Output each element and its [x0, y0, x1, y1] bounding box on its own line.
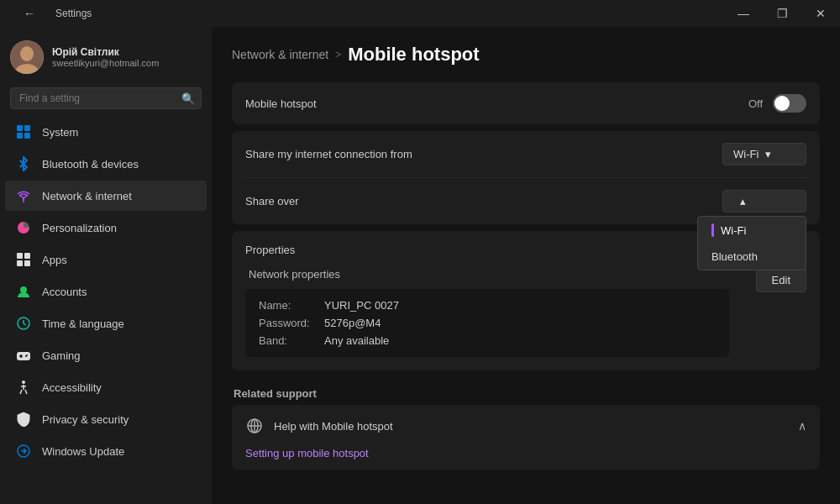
- titlebar-title: Settings: [55, 8, 92, 19]
- bluetooth-icon: [15, 155, 32, 172]
- share-over-menu: Wi-Fi Bluetooth: [697, 216, 806, 270]
- svg-rect-9: [17, 253, 23, 259]
- prop-password-row: Password: 5276p@M4: [259, 317, 716, 329]
- user-info: Юрій Світлик sweetlikyuri@hotmail.com: [52, 46, 159, 68]
- chevron-up-icon: ▴: [740, 195, 746, 207]
- network-properties-label: Network properties: [245, 268, 743, 281]
- sidebar-item-label-time: Time & language: [42, 318, 124, 330]
- sidebar-item-label-personalization: Personalization: [42, 222, 117, 234]
- hotspot-row: Mobile hotspot Off: [245, 82, 806, 124]
- sidebar-item-label-update: Windows Update: [42, 445, 124, 458]
- edit-button[interactable]: Edit: [756, 268, 806, 292]
- avatar: [10, 40, 44, 74]
- share-from-dropdown[interactable]: Wi-Fi ▾: [722, 143, 806, 165]
- hotspot-card: Mobile hotspot Off: [232, 82, 820, 124]
- prop-name-row: Name: YURI_PC 0027: [259, 299, 716, 312]
- sidebar-item-label-apps: Apps: [42, 254, 67, 266]
- prop-password-key: Password:: [259, 317, 318, 329]
- update-icon: [15, 443, 32, 459]
- prop-band-val: Any available: [324, 334, 389, 347]
- dropdown-wifi-label: Wi-Fi: [721, 224, 746, 237]
- network-icon: [15, 187, 32, 204]
- privacy-icon: [15, 411, 32, 428]
- sidebar-item-gaming[interactable]: Gaming: [5, 340, 207, 370]
- sidebar-item-time[interactable]: Time & language: [5, 308, 207, 339]
- accounts-icon: [15, 283, 32, 300]
- dropdown-bluetooth-label: Bluetooth: [711, 250, 758, 263]
- chevron-down-icon: ▾: [765, 148, 771, 160]
- prop-band-row: Band: Any available: [259, 334, 716, 347]
- share-over-row: Share over ▴ Wi-Fi Bluetooth: [245, 178, 806, 224]
- restore-button[interactable]: ❐: [763, 0, 801, 27]
- titlebar-controls: — ❐ ✕: [724, 0, 840, 27]
- svg-rect-15: [17, 352, 30, 360]
- share-dropdown-wrap: Wi-Fi ▾: [722, 143, 806, 165]
- main-content: Network & internet > Mobile hotspot Mobi…: [212, 27, 840, 504]
- properties-body: Network properties Name: YURI_PC 0027 Pa…: [232, 268, 820, 370]
- sidebar-item-label-privacy: Privacy & security: [42, 413, 129, 426]
- system-icon: [15, 123, 32, 140]
- sidebar-item-personalization[interactable]: Personalization: [5, 213, 207, 243]
- breadcrumb-current: Mobile hotspot: [348, 44, 479, 66]
- sidebar-item-bluetooth[interactable]: Bluetooth & devices: [5, 149, 207, 179]
- svg-point-13: [20, 286, 27, 293]
- apps-icon: [15, 251, 32, 268]
- breadcrumb-parent[interactable]: Network & internet: [232, 48, 328, 61]
- sidebar-item-system[interactable]: System: [5, 117, 207, 147]
- share-over-dropdown[interactable]: ▴: [722, 190, 806, 213]
- svg-point-1: [20, 46, 34, 61]
- app-container: Юрій Світлик sweetlikyuri@hotmail.com 🔍 …: [0, 27, 840, 504]
- sidebar-item-apps[interactable]: Apps: [5, 244, 207, 275]
- properties-label: Properties: [245, 244, 295, 256]
- search-input[interactable]: [10, 87, 202, 109]
- prop-band-key: Band:: [259, 334, 318, 347]
- help-label: Help with Mobile hotspot: [274, 420, 393, 433]
- hotspot-label: Mobile hotspot: [245, 97, 317, 110]
- titlebar: ← Settings — ❐ ✕: [0, 0, 840, 27]
- prop-password-val: 5276p@M4: [324, 317, 381, 329]
- share-from-value: Wi-Fi: [733, 148, 759, 160]
- help-link[interactable]: Setting up mobile hotspot: [232, 447, 820, 470]
- gaming-icon: [15, 347, 32, 364]
- sidebar-item-update[interactable]: Windows Update: [5, 436, 207, 466]
- sidebar-item-accounts[interactable]: Accounts: [5, 276, 207, 307]
- sidebar-item-label-accounts: Accounts: [42, 286, 87, 298]
- sidebar-item-label-network: Network & internet: [42, 190, 132, 202]
- close-button[interactable]: ✕: [801, 0, 840, 27]
- accessibility-icon: [15, 379, 32, 396]
- breadcrumb-arrow: >: [335, 49, 341, 60]
- svg-rect-12: [24, 260, 30, 266]
- sidebar-item-accessibility[interactable]: Accessibility: [5, 372, 207, 402]
- breadcrumb: Network & internet > Mobile hotspot: [232, 44, 820, 66]
- help-left: Help with Mobile hotspot: [245, 417, 393, 435]
- prop-name-val: YURI_PC 0027: [324, 299, 399, 312]
- user-email: sweetlikyuri@hotmail.com: [52, 58, 159, 68]
- hotspot-toggle[interactable]: [773, 94, 806, 113]
- accent-bar: [711, 223, 714, 237]
- sidebar-item-label-bluetooth: Bluetooth & devices: [42, 158, 139, 171]
- share-from-card: Share my internet connection from Wi-Fi …: [232, 131, 820, 224]
- svg-rect-3: [17, 125, 23, 131]
- sidebar: Юрій Світлик sweetlikyuri@hotmail.com 🔍 …: [0, 27, 212, 504]
- time-icon: [15, 315, 32, 332]
- dropdown-item-bluetooth[interactable]: Bluetooth: [698, 244, 806, 270]
- related-support-label: Related support: [232, 387, 820, 400]
- user-section: Юрій Світлик sweetlikyuri@hotmail.com: [0, 34, 212, 84]
- user-name: Юрій Світлик: [52, 46, 159, 58]
- sidebar-item-label-accessibility: Accessibility: [42, 381, 102, 394]
- svg-rect-4: [24, 125, 30, 131]
- help-chevron-icon: ∧: [798, 419, 806, 433]
- share-from-row: Share my internet connection from Wi-Fi …: [245, 131, 806, 178]
- back-button[interactable]: ←: [10, 0, 49, 27]
- share-over-label: Share over: [245, 195, 299, 207]
- sidebar-item-privacy[interactable]: Privacy & security: [5, 404, 207, 434]
- minimize-button[interactable]: —: [724, 0, 763, 27]
- svg-rect-10: [24, 253, 30, 259]
- svg-rect-11: [17, 260, 23, 266]
- sidebar-item-label-system: System: [42, 126, 78, 139]
- dropdown-item-wifi[interactable]: Wi-Fi: [698, 217, 806, 244]
- help-header: Help with Mobile hotspot ∧: [232, 405, 820, 447]
- sidebar-item-network[interactable]: Network & internet: [5, 181, 207, 211]
- hotspot-toggle-state: Off: [748, 97, 763, 110]
- titlebar-left: ← Settings: [10, 0, 92, 27]
